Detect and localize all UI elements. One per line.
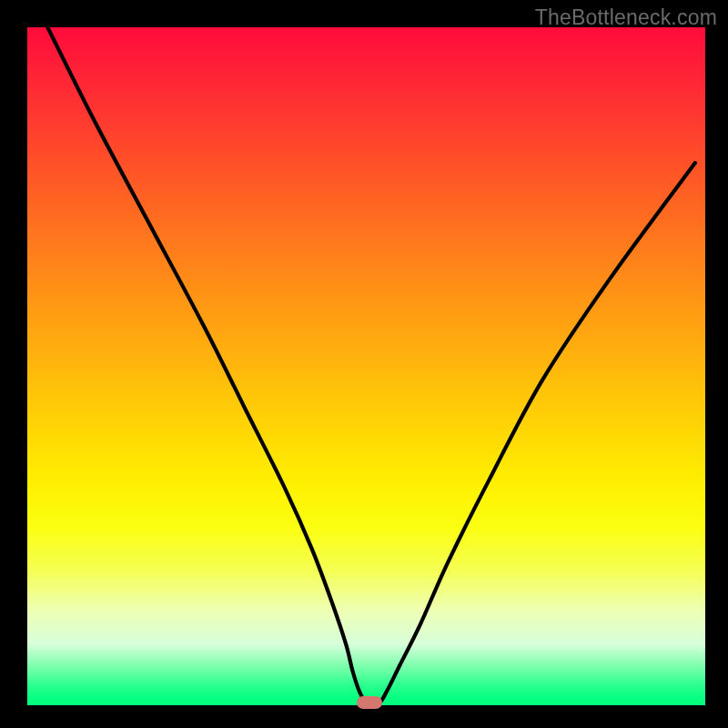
chart-curve-svg — [27, 27, 705, 705]
plot-background — [27, 27, 705, 705]
optimum-marker — [357, 696, 382, 709]
watermark-text: TheBottleneck.com — [535, 5, 717, 30]
bottleneck-curve — [47, 27, 694, 703]
